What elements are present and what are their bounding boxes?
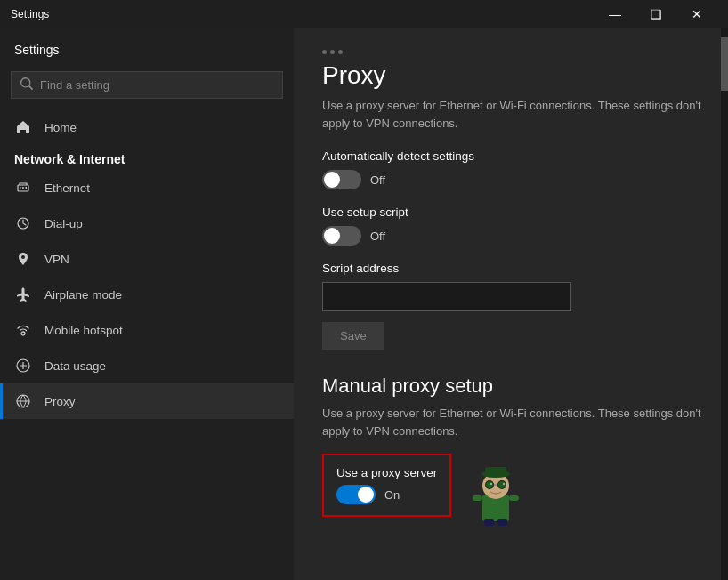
sidebar-item-datausage-label: Data usage [44, 359, 106, 373]
sidebar-item-vpn-label: VPN [44, 253, 69, 266]
svg-rect-10 [485, 467, 506, 476]
svg-rect-18 [473, 495, 482, 501]
svg-point-15 [490, 483, 492, 485]
manual-proxy-title: Manual proxy setup [322, 375, 707, 398]
svg-point-16 [503, 483, 505, 485]
page-title: Proxy [322, 61, 707, 90]
sidebar-item-vpn[interactable]: VPN [0, 241, 294, 277]
sidebar-item-airplane-label: Airplane mode [44, 288, 122, 302]
use-proxy-container: Use a proxy server On [322, 454, 451, 517]
svg-rect-2 [22, 187, 24, 189]
svg-rect-19 [509, 495, 519, 501]
auto-detect-label: Automatically detect settings [322, 149, 707, 163]
svg-rect-21 [497, 519, 507, 526]
setup-script-label: Use setup script [322, 205, 707, 219]
manual-proxy-desc: Use a proxy server for Ethernet or Wi-Fi… [322, 405, 707, 439]
use-proxy-toggle[interactable] [336, 485, 376, 504]
sidebar-item-home-label: Home [44, 121, 77, 134]
scrollbar-track[interactable] [721, 28, 728, 580]
sidebar-item-proxy[interactable]: Proxy [0, 383, 294, 419]
use-proxy-knob [358, 487, 374, 503]
sidebar-item-hotspot[interactable]: Mobile hotspot [0, 312, 294, 348]
maximize-button[interactable]: ❑ [635, 0, 676, 28]
use-proxy-state: On [384, 488, 400, 502]
scrollbar-thumb[interactable] [721, 37, 728, 91]
content-inner: Proxy Use a proxy server for Ethernet or… [294, 28, 728, 538]
sidebar-item-home[interactable]: Home [0, 109, 294, 145]
home-icon [14, 118, 32, 136]
app-title: Settings [11, 8, 49, 20]
dialup-icon [14, 214, 32, 232]
proxy-server-box: Use a proxy server On [322, 454, 451, 517]
minimize-button[interactable]: — [595, 0, 635, 28]
search-box[interactable] [11, 71, 283, 99]
title-bar: Settings — ❑ ✕ [0, 0, 728, 28]
sidebar-item-hotspot-label: Mobile hotspot [44, 324, 123, 337]
sidebar-item-proxy-label: Proxy [44, 395, 76, 408]
airplane-icon [14, 286, 32, 303]
svg-point-13 [486, 481, 493, 488]
close-button[interactable]: ✕ [676, 0, 717, 28]
scroll-indicator [322, 50, 707, 54]
ethernet-icon [14, 179, 32, 197]
sidebar-item-ethernet-label: Ethernet [44, 181, 90, 195]
content-area: Proxy Use a proxy server for Ethernet or… [294, 28, 728, 580]
sidebar-item-dialup-label: Dial-up [44, 217, 83, 230]
network-section-label: Network & Internet [0, 145, 294, 170]
use-proxy-toggle-row: On [336, 485, 437, 504]
sidebar-item-datausage[interactable]: Data usage [0, 348, 294, 383]
sidebar-item-airplane[interactable]: Airplane mode [0, 277, 294, 312]
svg-rect-3 [26, 187, 28, 189]
script-address-label: Script address [322, 262, 707, 275]
sidebar: Settings Home Network & Internet Etherne… [0, 28, 294, 580]
setup-script-toggle[interactable] [322, 226, 361, 246]
search-input[interactable] [40, 78, 273, 92]
save-button[interactable]: Save [322, 322, 384, 350]
script-address-input[interactable] [322, 282, 571, 311]
auto-detect-desc: Use a proxy server for Ethernet or Wi-Fi… [322, 97, 707, 132]
use-proxy-label: Use a proxy server [336, 466, 437, 479]
vpn-icon [14, 250, 32, 268]
window-controls: — ❑ ✕ [595, 0, 717, 28]
sidebar-header: Settings [0, 28, 294, 64]
mascot-image [469, 463, 522, 526]
proxy-icon [14, 392, 32, 410]
sidebar-item-ethernet[interactable]: Ethernet [0, 170, 294, 205]
data-icon [14, 357, 32, 375]
auto-detect-knob [324, 172, 340, 188]
setup-script-knob [324, 228, 340, 244]
setup-script-toggle-row: Off [322, 226, 707, 246]
auto-detect-toggle-row: Off [322, 170, 707, 189]
setup-script-state: Off [370, 230, 385, 243]
svg-rect-1 [20, 187, 21, 189]
hotspot-icon [14, 321, 32, 339]
app-body: Settings Home Network & Internet Etherne… [0, 28, 728, 580]
sidebar-item-dialup[interactable]: Dial-up [0, 205, 294, 241]
auto-detect-toggle[interactable] [322, 170, 361, 189]
search-icon [20, 77, 33, 93]
svg-rect-20 [484, 519, 494, 526]
auto-detect-state: Off [370, 173, 385, 187]
svg-point-14 [498, 481, 506, 488]
